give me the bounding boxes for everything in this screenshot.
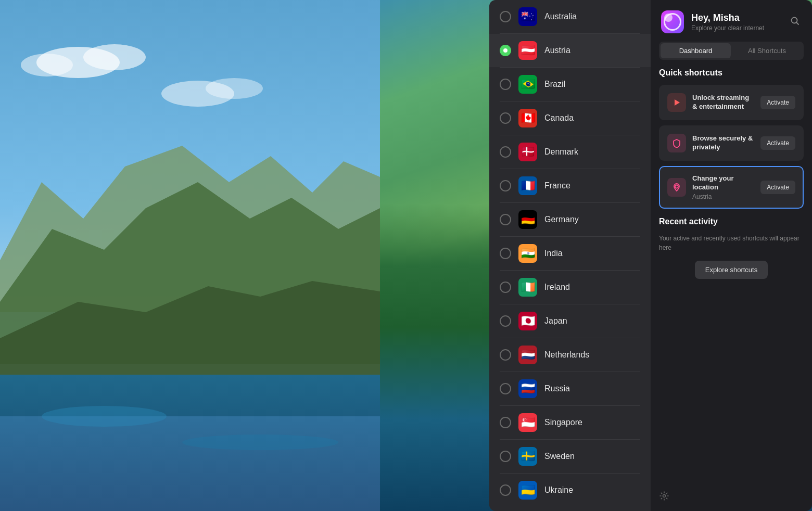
flag-ukraine: 🇺🇦 — [518, 481, 537, 500]
shortcut-text-streaming: Unlock streaming & entertainment — [692, 94, 754, 111]
radio-denmark — [500, 146, 511, 158]
shortcut-card-streaming: Unlock streaming & entertainmentActivate — [659, 85, 804, 120]
shortcut-card-secure: Browse securely & privatelyActivate — [659, 125, 804, 161]
flag-germany: 🇩🇪 — [518, 210, 537, 229]
country-name-india: India — [544, 249, 563, 258]
panel-content: Quick shortcuts Unlock streaming & enter… — [651, 68, 812, 483]
radio-australia — [500, 11, 511, 22]
country-name-australia: Australia — [544, 12, 577, 21]
recent-activity-title: Recent activity — [659, 217, 804, 226]
shortcut-text-location: Change your locationAustria — [692, 174, 754, 200]
flag-japan: 🇯🇵 — [518, 312, 537, 330]
recent-activity-section: Recent activity Your active and recently… — [659, 217, 804, 279]
flag-sweden: 🇸🇪 — [518, 447, 537, 466]
shortcut-title-location: Change your location — [692, 174, 754, 192]
flag-canada: 🇨🇦 — [518, 109, 537, 127]
country-name-sweden: Sweden — [544, 452, 575, 461]
country-item-ukraine[interactable]: 🇺🇦Ukraine — [489, 474, 651, 507]
radio-germany — [500, 214, 511, 225]
flag-denmark: 🇩🇰 — [518, 143, 537, 161]
radio-ireland — [500, 282, 511, 293]
panel-footer — [651, 483, 812, 511]
country-name-denmark: Denmark — [544, 147, 578, 157]
svg-marker-14 — [675, 99, 680, 106]
country-item-india[interactable]: 🇮🇳India — [489, 237, 651, 270]
radio-japan — [500, 315, 511, 327]
recent-activity-description: Your active and recently used shortcuts … — [659, 234, 804, 252]
location-pin-icon — [667, 178, 686, 197]
country-item-sweden[interactable]: 🇸🇪Sweden — [489, 440, 651, 473]
country-item-netherlands[interactable]: 🇳🇱Netherlands — [489, 338, 651, 372]
country-list-panel: 🇦🇺Australia🇦🇹Austria🇧🇷Brazil🇨🇦Canada🇩🇰De… — [489, 0, 651, 511]
search-icon[interactable] — [788, 14, 802, 30]
country-name-canada: Canada — [544, 113, 574, 123]
radio-ukraine — [500, 484, 511, 496]
quick-shortcuts-title: Quick shortcuts — [659, 68, 804, 78]
flag-austria: 🇦🇹 — [518, 41, 537, 60]
country-item-ireland[interactable]: 🇮🇪Ireland — [489, 271, 651, 304]
header-text: Hey, Misha Explore your clear internet — [691, 12, 781, 32]
country-name-japan: Japan — [544, 316, 567, 326]
svg-line-13 — [797, 22, 799, 24]
svg-point-15 — [675, 185, 678, 188]
flag-brazil: 🇧🇷 — [518, 75, 537, 94]
flag-russia: 🇷🇺 — [518, 379, 537, 398]
radio-netherlands — [500, 349, 511, 361]
country-item-japan[interactable]: 🇯🇵Japan — [489, 304, 651, 338]
radio-austria — [500, 45, 511, 56]
shortcut-card-location: Change your locationAustriaActivate — [659, 166, 804, 209]
play-icon — [667, 93, 686, 112]
country-item-australia[interactable]: 🇦🇺Australia — [489, 0, 651, 33]
shortcut-subtitle-location: Austria — [692, 193, 754, 200]
right-panel: Hey, Misha Explore your clear internet D… — [651, 0, 812, 511]
country-name-russia: Russia — [544, 384, 570, 393]
radio-russia — [500, 383, 511, 394]
radio-singapore — [500, 417, 511, 428]
shortcut-title-streaming: Unlock streaming & entertainment — [692, 94, 754, 111]
flag-netherlands: 🇳🇱 — [518, 346, 537, 364]
country-name-ukraine: Ukraine — [544, 486, 573, 495]
shield-icon — [667, 134, 686, 152]
panels-container: 🇦🇺Australia🇦🇹Austria🇧🇷Brazil🇨🇦Canada🇩🇰De… — [489, 0, 812, 511]
country-name-france: France — [544, 181, 570, 190]
country-name-singapore: Singapore — [544, 418, 582, 427]
flag-singapore: 🇸🇬 — [518, 413, 537, 432]
flag-australia: 🇦🇺 — [518, 7, 537, 26]
country-name-germany: Germany — [544, 215, 579, 224]
activate-button-location[interactable]: Activate — [760, 181, 795, 194]
country-name-netherlands: Netherlands — [544, 350, 589, 360]
tab-all-shortcuts[interactable]: All Shortcuts — [732, 43, 802, 58]
panel-header: Hey, Misha Explore your clear internet — [651, 0, 812, 42]
shortcut-text-secure: Browse securely & privately — [692, 134, 754, 152]
svg-point-16 — [663, 495, 666, 497]
header-title: Hey, Misha — [691, 12, 781, 23]
tabs-row: DashboardAll Shortcuts — [659, 42, 804, 60]
country-item-france[interactable]: 🇫🇷France — [489, 169, 651, 202]
radio-sweden — [500, 451, 511, 462]
explore-shortcuts-button[interactable]: Explore shortcuts — [695, 261, 768, 279]
radio-france — [500, 180, 511, 191]
country-name-austria: Austria — [544, 46, 570, 55]
country-name-ireland: Ireland — [544, 283, 570, 292]
radio-canada — [500, 112, 511, 124]
activate-button-secure[interactable]: Activate — [760, 136, 795, 150]
header-subtitle: Explore your clear internet — [691, 24, 781, 32]
activate-button-streaming[interactable]: Activate — [760, 96, 795, 109]
country-item-singapore[interactable]: 🇸🇬Singapore — [489, 406, 651, 439]
flag-india: 🇮🇳 — [518, 244, 537, 263]
radio-brazil — [500, 79, 511, 90]
shortcut-cards: Unlock streaming & entertainmentActivate… — [659, 85, 804, 209]
flag-ireland: 🇮🇪 — [518, 278, 537, 297]
settings-icon[interactable] — [659, 491, 669, 504]
tab-dashboard[interactable]: Dashboard — [661, 43, 731, 58]
country-name-brazil: Brazil — [544, 80, 565, 89]
flag-france: 🇫🇷 — [518, 176, 537, 195]
shortcut-title-secure: Browse securely & privately — [692, 134, 754, 152]
country-item-brazil[interactable]: 🇧🇷Brazil — [489, 68, 651, 101]
country-item-denmark[interactable]: 🇩🇰Denmark — [489, 135, 651, 169]
country-item-russia[interactable]: 🇷🇺Russia — [489, 372, 651, 405]
country-item-canada[interactable]: 🇨🇦Canada — [489, 101, 651, 135]
country-item-austria[interactable]: 🇦🇹Austria — [489, 34, 651, 67]
country-item-germany[interactable]: 🇩🇪Germany — [489, 203, 651, 236]
svg-point-12 — [792, 17, 797, 23]
